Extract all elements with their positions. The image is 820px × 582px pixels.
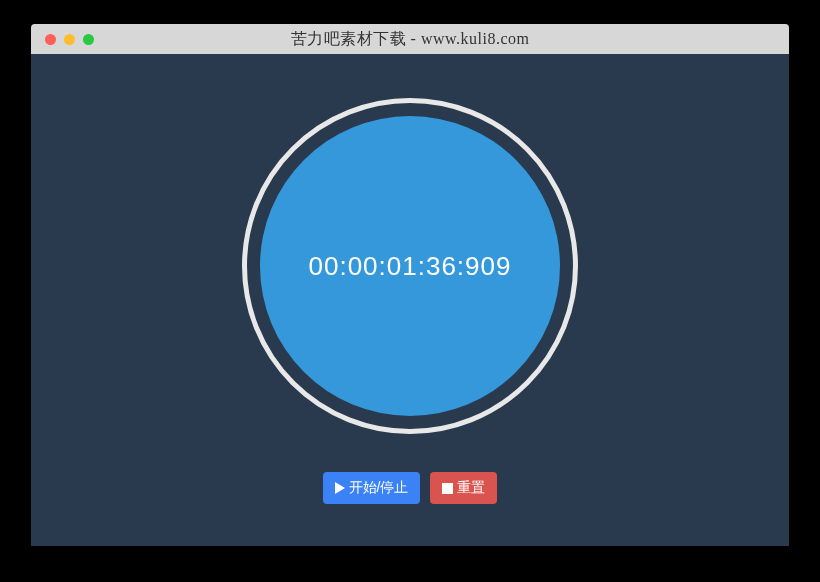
content-area: 00:00:01:36:909 开始/停止 重置 (31, 54, 789, 546)
window-title: 苦力吧素材下载 - www.kuli8.com (31, 29, 789, 50)
close-window-button[interactable] (45, 34, 56, 45)
stop-icon (442, 483, 453, 494)
reset-button[interactable]: 重置 (430, 472, 497, 504)
app-window: 苦力吧素材下载 - www.kuli8.com 00:00:01:36:909 … (31, 24, 789, 546)
traffic-lights (45, 34, 94, 45)
start-stop-button[interactable]: 开始/停止 (323, 472, 421, 504)
timer-face: 00:00:01:36:909 (260, 116, 560, 416)
controls: 开始/停止 重置 (323, 472, 498, 504)
timer-ring: 00:00:01:36:909 (242, 98, 578, 434)
svg-rect-0 (442, 483, 453, 494)
play-icon (335, 482, 345, 494)
start-stop-label: 开始/停止 (349, 479, 409, 497)
timer-display: 00:00:01:36:909 (309, 251, 512, 282)
maximize-window-button[interactable] (83, 34, 94, 45)
titlebar: 苦力吧素材下载 - www.kuli8.com (31, 24, 789, 54)
reset-label: 重置 (457, 479, 485, 497)
minimize-window-button[interactable] (64, 34, 75, 45)
